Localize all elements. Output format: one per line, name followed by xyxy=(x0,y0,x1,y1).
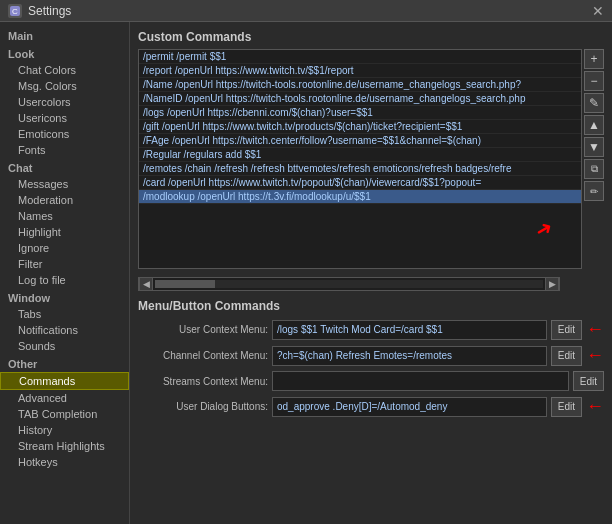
list-item[interactable]: /logs /openUrl https://cbenni.com/$(chan… xyxy=(139,106,581,120)
arrow-container: ◀ ▶ ➜ xyxy=(138,277,582,291)
sidebar-item-ignore[interactable]: Ignore xyxy=(0,240,129,256)
scroll-thumb[interactable] xyxy=(155,280,215,288)
app-icon: C xyxy=(8,4,22,18)
sidebar-item-notifications[interactable]: Notifications xyxy=(0,322,129,338)
sidebar-item-tabs[interactable]: Tabs xyxy=(0,306,129,322)
user-context-menu-label: User Context Menu: xyxy=(138,324,268,335)
add-command-button[interactable]: + xyxy=(584,49,604,69)
channel-context-arrow: ← xyxy=(586,345,604,366)
remove-command-button[interactable]: − xyxy=(584,71,604,91)
sidebar-item-usericons[interactable]: Usericons xyxy=(0,110,129,126)
scroll-left-button[interactable]: ◀ xyxy=(139,277,153,291)
commands-list[interactable]: /permit /permit $$1 /report /openUrl htt… xyxy=(138,49,582,269)
streams-context-menu-row: Streams Context Menu: Edit xyxy=(138,371,604,391)
sidebar-item-chat-colors[interactable]: Chat Colors xyxy=(0,62,129,78)
sidebar-item-tab-completion[interactable]: TAB Completion xyxy=(0,406,129,422)
sidebar-item-log-to-file[interactable]: Log to file xyxy=(0,272,129,288)
sidebar-item-filter[interactable]: Filter xyxy=(0,256,129,272)
scroll-right-button[interactable]: ▶ xyxy=(545,277,559,291)
list-item[interactable]: /gift /openUrl https://www.twitch.tv/pro… xyxy=(139,120,581,134)
streams-context-menu-label: Streams Context Menu: xyxy=(138,376,268,387)
channel-context-menu-label: Channel Context Menu: xyxy=(138,350,268,361)
list-item[interactable]: /permit /permit $$1 xyxy=(139,50,581,64)
sidebar-section-other: Other xyxy=(0,354,129,372)
sidebar-section-chat: Chat xyxy=(0,158,129,176)
main-container: Main Look Chat Colors Msg. Colors Userco… xyxy=(0,22,612,524)
list-item[interactable]: /Name /openUrl https://twitch-tools.root… xyxy=(139,78,581,92)
list-item[interactable]: /remotes /chain /refresh /refresh bttvem… xyxy=(139,162,581,176)
sidebar-item-usercolors[interactable]: Usercolors xyxy=(0,94,129,110)
list-item[interactable]: /FAge /openUrl https://twitch.center/fol… xyxy=(139,134,581,148)
user-context-menu-edit-button[interactable]: Edit xyxy=(551,320,582,340)
menu-commands-title: Menu/Button Commands xyxy=(138,299,604,313)
content-area: Custom Commands /permit /permit $$1 /rep… xyxy=(130,22,612,524)
sidebar-item-commands[interactable]: Commands xyxy=(0,372,129,390)
user-context-menu-row: User Context Menu: Edit ← xyxy=(138,319,604,340)
sidebar-item-history[interactable]: History xyxy=(0,422,129,438)
sidebar: Main Look Chat Colors Msg. Colors Userco… xyxy=(0,22,130,524)
user-dialog-buttons-label: User Dialog Buttons: xyxy=(138,401,268,412)
sidebar-item-msg-colors[interactable]: Msg. Colors xyxy=(0,78,129,94)
user-context-menu-input[interactable] xyxy=(272,320,547,340)
commands-action-buttons: + − ✎ ▲ ▼ ⧉ ✏ xyxy=(584,49,604,269)
sidebar-item-emoticons[interactable]: Emoticons xyxy=(0,126,129,142)
list-item[interactable]: /NameID /openUrl https://twitch-tools.ro… xyxy=(139,92,581,106)
edit2-command-button[interactable]: ✏ xyxy=(584,181,604,201)
sidebar-item-sounds[interactable]: Sounds xyxy=(0,338,129,354)
list-item[interactable]: /card /openUrl https://www.twitch.tv/pop… xyxy=(139,176,581,190)
sidebar-item-names[interactable]: Names xyxy=(0,208,129,224)
svg-text:C: C xyxy=(12,7,18,16)
user-context-arrow: ← xyxy=(586,319,604,340)
horizontal-scrollbar[interactable]: ◀ ▶ xyxy=(138,277,560,291)
list-item[interactable]: /Regular /regulars add $$1 xyxy=(139,148,581,162)
sidebar-section-main: Main xyxy=(0,26,129,44)
streams-context-menu-edit-button[interactable]: Edit xyxy=(573,371,604,391)
streams-context-menu-input[interactable] xyxy=(272,371,569,391)
move-up-button[interactable]: ▲ xyxy=(584,115,604,135)
sidebar-item-hotkeys[interactable]: Hotkeys xyxy=(0,454,129,470)
sidebar-section-window: Window xyxy=(0,288,129,306)
sidebar-item-stream-highlights[interactable]: Stream Highlights xyxy=(0,438,129,454)
scroll-track[interactable] xyxy=(155,280,543,288)
list-item[interactable]: /report /openUrl https://www.twitch.tv/$… xyxy=(139,64,581,78)
sidebar-item-highlight[interactable]: Highlight xyxy=(0,224,129,240)
sidebar-item-fonts[interactable]: Fonts xyxy=(0,142,129,158)
window-title: Settings xyxy=(28,4,71,18)
user-dialog-buttons-row: User Dialog Buttons: Edit ← xyxy=(138,396,604,417)
title-bar: C Settings ✕ xyxy=(0,0,612,22)
channel-context-menu-edit-button[interactable]: Edit xyxy=(551,346,582,366)
custom-commands-title: Custom Commands xyxy=(138,30,604,44)
user-dialog-arrow: ← xyxy=(586,396,604,417)
channel-context-menu-row: Channel Context Menu: Edit ← xyxy=(138,345,604,366)
sidebar-item-advanced[interactable]: Advanced xyxy=(0,390,129,406)
move-down-button[interactable]: ▼ xyxy=(584,137,604,157)
sidebar-item-messages[interactable]: Messages xyxy=(0,176,129,192)
edit-command-button[interactable]: ✎ xyxy=(584,93,604,113)
user-dialog-buttons-input[interactable] xyxy=(272,397,547,417)
sidebar-item-moderation[interactable]: Moderation xyxy=(0,192,129,208)
list-item[interactable]: /modlookup /openUrl https://t.3v.fi/modl… xyxy=(139,190,581,204)
channel-context-menu-input[interactable] xyxy=(272,346,547,366)
sidebar-section-look: Look xyxy=(0,44,129,62)
user-dialog-buttons-edit-button[interactable]: Edit xyxy=(551,397,582,417)
commands-list-container: /permit /permit $$1 /report /openUrl htt… xyxy=(138,49,604,269)
close-button[interactable]: ✕ xyxy=(592,3,604,19)
copy-command-button[interactable]: ⧉ xyxy=(584,159,604,179)
